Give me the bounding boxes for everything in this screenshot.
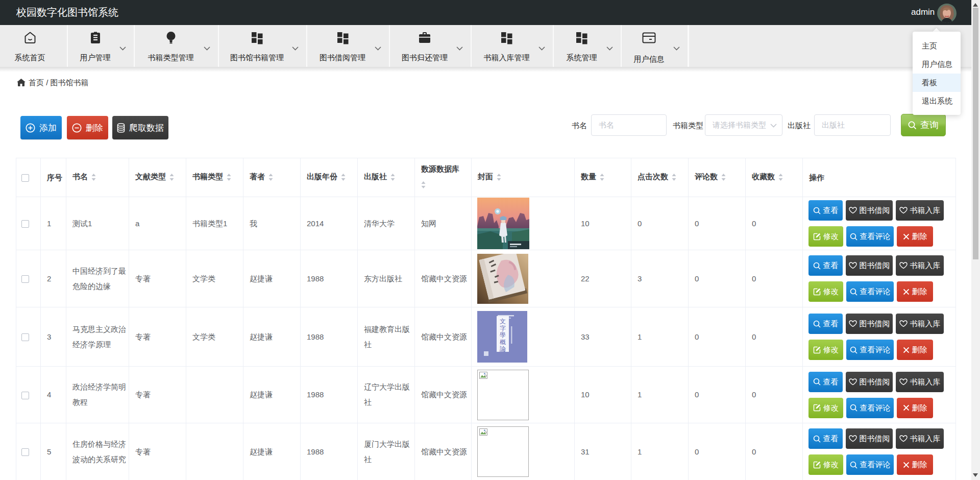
svg-text:論: 論: [500, 345, 506, 352]
svg-text:學: 學: [500, 331, 506, 339]
svg-text:文: 文: [500, 318, 506, 325]
svg-text:字: 字: [500, 325, 506, 332]
svg-text:概: 概: [500, 339, 506, 346]
